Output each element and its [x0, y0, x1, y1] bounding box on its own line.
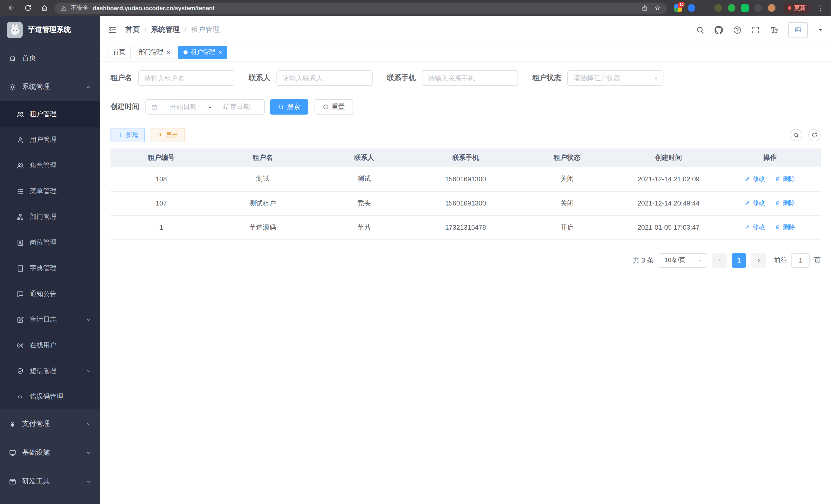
status-text: 开启 — [516, 215, 618, 239]
sidebar-item-online-user[interactable]: 在线用户 — [0, 332, 100, 358]
browser-home-icon[interactable] — [38, 2, 50, 14]
edit-link[interactable]: 修改 — [745, 199, 765, 208]
contact-input[interactable] — [277, 70, 373, 86]
font-size-icon[interactable] — [770, 25, 779, 34]
logo-avatar — [7, 22, 23, 38]
calendar-icon — [151, 103, 158, 110]
app-title: 芋道管理系统 — [28, 25, 71, 34]
delete-link[interactable]: 删除 — [775, 199, 795, 208]
bookmark-star-icon[interactable] — [654, 5, 661, 11]
goto-page-input[interactable] — [792, 253, 810, 267]
sidebar-item-post[interactable]: 岗位管理 — [0, 230, 100, 255]
col-status: 租户状态 — [516, 148, 618, 167]
page-size-select[interactable]: 10条/页 — [659, 253, 707, 267]
filter-row-1: 租户名 联系人 联系手机 租户状态 请选择租户状态 — [111, 70, 821, 86]
prev-page-button[interactable] — [712, 253, 727, 267]
edit-link[interactable]: 修改 — [745, 223, 765, 232]
table-row: 108 测试 测试 15601691300 关闭 2021-12-14 21:0… — [111, 167, 821, 191]
user-icon — [17, 136, 24, 144]
extension-icon-blue[interactable] — [688, 4, 695, 12]
next-page-button[interactable] — [751, 253, 766, 267]
status-text: 关闭 — [516, 167, 618, 191]
sidebar-item-dev-tools[interactable]: 研发工具 — [0, 467, 100, 496]
pencil-icon — [745, 200, 751, 206]
back-icon[interactable] — [5, 2, 18, 14]
tab-tenant[interactable]: 租户管理 × — [178, 46, 227, 59]
date-start-placeholder: 开始日期 — [161, 102, 206, 112]
header-search-icon[interactable] — [696, 25, 705, 34]
plus-icon — [117, 132, 123, 138]
sidebar-item-audit-log[interactable]: 审计日志 — [0, 307, 100, 332]
close-icon[interactable]: × — [219, 49, 222, 55]
system-submenu: 租户管理 用户管理 角色管理 菜单管理 — [0, 101, 100, 410]
sidebar-item-tenant[interactable]: 租户管理 — [0, 101, 100, 127]
delete-link[interactable]: 删除 — [775, 175, 795, 183]
tab-dept[interactable]: 部门管理 × — [134, 46, 175, 59]
sidebar-item-system[interactable]: 系统管理 — [0, 72, 100, 101]
extension-badge: 10 — [678, 2, 685, 7]
chevron-left-icon — [717, 258, 722, 263]
tenant-name-input[interactable] — [138, 70, 234, 86]
sidebar-item-user[interactable]: 用户管理 — [0, 127, 100, 153]
date-end-placeholder: 结束日期 — [214, 102, 259, 112]
contact-label: 联系人 — [249, 73, 270, 83]
status-select[interactable]: 请选择租户状态 — [567, 70, 663, 86]
phone-input[interactable] — [422, 70, 518, 86]
extension-icon-green[interactable] — [728, 4, 736, 12]
tenant-users-icon — [17, 110, 24, 118]
address-bar[interactable]: 不安全 dashboard.yudao.iocoder.cn/system/te… — [55, 2, 667, 13]
share-icon[interactable] — [641, 5, 648, 11]
export-button[interactable]: 导出 — [150, 128, 185, 142]
sidebar-item-sms[interactable]: 短信管理 — [0, 358, 100, 384]
extension-icon-colorful[interactable]: 10 — [674, 4, 682, 12]
url-text: dashboard.yudao.iocoder.cn/system/tenant — [93, 5, 637, 11]
tab-home[interactable]: 首页 — [108, 46, 131, 59]
extension-icon-gray[interactable] — [754, 4, 762, 12]
sidebar-item-infra[interactable]: 基础设施 — [0, 438, 100, 467]
sidebar-item-menu[interactable]: 菜单管理 — [0, 178, 100, 204]
browser-update-button[interactable]: 更新 — [783, 2, 811, 13]
tenant-table: 租户编号 租户名 联系人 联系手机 租户状态 创建时间 操作 108 测试 — [111, 148, 821, 240]
col-tenant-name: 租户名 — [212, 148, 314, 167]
page-number-1[interactable]: 1 — [732, 253, 746, 267]
security-label: 不安全 — [71, 4, 89, 12]
sidebar-fold-icon[interactable] — [108, 25, 117, 34]
extension-icon-chat[interactable] — [741, 4, 749, 12]
reset-button[interactable]: 重置 — [315, 99, 353, 115]
add-button[interactable]: 新增 — [111, 128, 145, 142]
browser-profile-avatar[interactable] — [768, 4, 775, 12]
breadcrumb-home[interactable]: 首页 — [125, 25, 140, 34]
sidebar-item-dept[interactable]: 部门管理 — [0, 204, 100, 230]
github-icon[interactable] — [714, 25, 723, 34]
edit-link[interactable]: 修改 — [745, 175, 765, 183]
sidebar-item-payment[interactable]: 支付管理 — [0, 410, 100, 438]
sidebar-item-dict[interactable]: 字典管理 — [0, 255, 100, 281]
sidebar-item-error-code[interactable]: 错误码管理 — [0, 384, 100, 410]
reload-icon[interactable] — [22, 2, 34, 14]
sidebar-item-home[interactable]: 首页 — [0, 44, 100, 72]
help-question-icon[interactable] — [733, 25, 742, 34]
delete-link[interactable]: 删除 — [775, 223, 795, 232]
phone-label: 联系手机 — [387, 73, 416, 83]
refresh-icon — [811, 132, 818, 138]
breadcrumb-system[interactable]: 系统管理 — [151, 25, 180, 34]
sidebar-item-notice[interactable]: 通知公告 — [0, 281, 100, 307]
logo[interactable]: 芋道管理系统 — [0, 16, 100, 44]
dept-tree-icon — [17, 213, 24, 221]
avatar-caret-down-icon[interactable] — [818, 27, 823, 33]
search-button[interactable]: 搜索 — [270, 99, 308, 115]
close-icon[interactable]: × — [167, 49, 170, 55]
col-actions: 操作 — [719, 148, 821, 167]
user-avatar[interactable] — [789, 22, 808, 38]
sidebar-item-role[interactable]: 角色管理 — [0, 153, 100, 178]
extension-icon-dark[interactable] — [701, 4, 709, 12]
extension-icon-olive[interactable] — [714, 4, 722, 12]
toggle-search-button[interactable] — [790, 129, 802, 141]
table-toolbar: 新增 导出 — [111, 128, 821, 142]
sidebar-menu: 首页 系统管理 租户管理 用户管理 — [0, 44, 100, 504]
refresh-table-button[interactable] — [808, 129, 821, 141]
fullscreen-icon[interactable] — [751, 25, 760, 34]
date-range-picker[interactable]: 开始日期 - 结束日期 — [145, 99, 265, 115]
browser-menu-kebab-icon[interactable]: ⋮ — [815, 4, 826, 12]
download-icon — [157, 132, 164, 138]
